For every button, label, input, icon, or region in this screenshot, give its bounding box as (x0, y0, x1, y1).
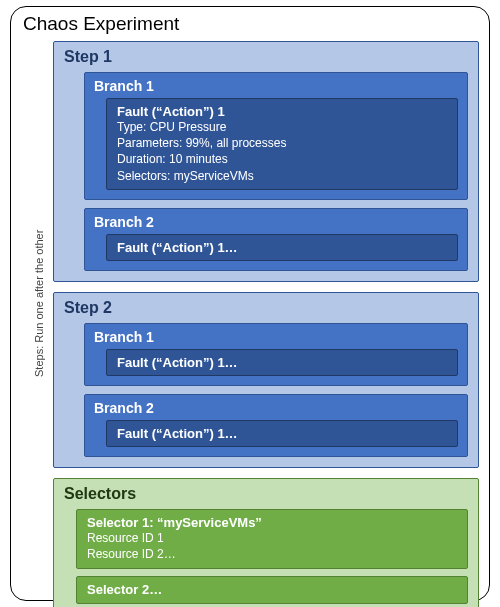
step-1-branch-1-fault-1: Fault (“Action”) 1 Type: CPU Pressure Pa… (106, 98, 458, 190)
step-1-branch-2: Branch 2 Fault (“Action”) 1… (84, 208, 468, 271)
step-1-branches: Branch 1 Fault (“Action”) 1 Type: CPU Pr… (84, 72, 468, 271)
fault-title: Fault (“Action”) 1… (117, 240, 447, 255)
selectors-panel: Selectors Selector 1: “myServiceVMs” Res… (53, 478, 479, 607)
selectors-title: Selectors (64, 485, 468, 503)
fault-line: Parameters: 99%, all processes (117, 135, 447, 151)
selector-2: Selector 2… (76, 576, 468, 604)
selector-line: Resource ID 2… (87, 546, 457, 562)
step-2-branch-2-fault-1: Fault (“Action”) 1… (106, 420, 458, 447)
step-2-branch-2: Branch 2 Fault (“Action”) 1… (84, 394, 468, 457)
fault-title: Fault (“Action”) 1… (117, 426, 447, 441)
step-1-branch-1: Branch 1 Fault (“Action”) 1 Type: CPU Pr… (84, 72, 468, 200)
step-1-branch-1-title: Branch 1 (94, 78, 458, 94)
step-2-branch-2-title: Branch 2 (94, 400, 458, 416)
step-2-branch-1: Branch 1 Fault (“Action”) 1… (84, 323, 468, 386)
steps-axis-label: Steps: Run one after the other (33, 230, 45, 377)
step-1-branch-2-fault-1: Fault (“Action”) 1… (106, 234, 458, 261)
fault-title: Fault (“Action”) 1 (117, 104, 447, 119)
step-2-branches: Branch 1 Fault (“Action”) 1… Branch 2 Fa… (84, 323, 468, 457)
step-2: Step 2 Branch 1 Fault (“Action”) 1… Bran… (53, 292, 479, 468)
selector-1: Selector 1: “myServiceVMs” Resource ID 1… (76, 509, 468, 569)
experiment-frame: Chaos Experiment Steps: Run one after th… (10, 6, 490, 601)
fault-line: Duration: 10 minutes (117, 151, 447, 167)
step-1-title: Step 1 (64, 48, 468, 66)
content-column: Step 1 Branch 1 Fault (“Action”) 1 Type:… (53, 41, 479, 592)
fault-title: Fault (“Action”) 1… (117, 355, 447, 370)
selector-1-title: Selector 1: “myServiceVMs” (87, 515, 457, 530)
step-2-branch-1-title: Branch 1 (94, 329, 458, 345)
fault-line: Type: CPU Pressure (117, 119, 447, 135)
fault-line: Selectors: myServiceVMs (117, 168, 447, 184)
selector-2-title: Selector 2… (87, 582, 457, 597)
selector-line: Resource ID 1 (87, 530, 457, 546)
step-1: Step 1 Branch 1 Fault (“Action”) 1 Type:… (53, 41, 479, 282)
step-2-branch-1-fault-1: Fault (“Action”) 1… (106, 349, 458, 376)
step-1-branch-2-title: Branch 2 (94, 214, 458, 230)
step-2-title: Step 2 (64, 299, 468, 317)
page-title: Chaos Experiment (23, 13, 479, 35)
